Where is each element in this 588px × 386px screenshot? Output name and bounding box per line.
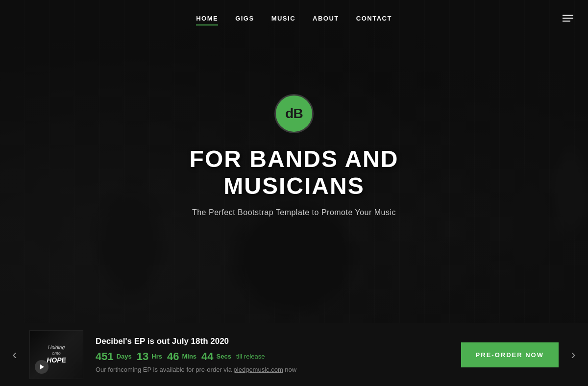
nav-item-home[interactable]: HOME bbox=[196, 14, 218, 23]
hero-content: dB FOR BANDS AND MUSICIANS The Perfect B… bbox=[147, 94, 441, 217]
hero-title: FOR BANDS AND MUSICIANS bbox=[147, 145, 441, 199]
hrs-label: Hrs bbox=[151, 353, 162, 360]
ep-heading: Decibel's EP is out July 18th 2020 bbox=[96, 337, 461, 346]
nav-link-music[interactable]: MUSIC bbox=[271, 12, 295, 24]
menu-line-1 bbox=[563, 15, 573, 16]
mins-label: Mins bbox=[182, 353, 196, 360]
nav-item-about[interactable]: ABOUT bbox=[313, 14, 339, 23]
ep-thumbnail[interactable]: Holding onto Hope bbox=[29, 330, 83, 379]
days-number: 451 bbox=[96, 350, 114, 363]
bottom-bar: ‹ Holding onto Hope Decibel's EP is out … bbox=[0, 323, 588, 386]
hero-subtitle: The Perfect Bootstrap Template to Promot… bbox=[147, 208, 441, 217]
secs-label: Secs bbox=[217, 353, 231, 360]
secs-number: 44 bbox=[201, 350, 213, 363]
nav-link-home[interactable]: HOME bbox=[196, 12, 218, 25]
menu-icon[interactable] bbox=[563, 15, 573, 22]
menu-line-2 bbox=[563, 18, 573, 19]
preorder-button[interactable]: PRE-ORDER NOW bbox=[461, 342, 559, 367]
hero-section: HOME GIGS MUSIC ABOUT CONTACT dB FOR BA bbox=[0, 0, 588, 323]
ep-subtext: Our forthcoming EP is available for pre-… bbox=[96, 366, 461, 373]
carousel-prev-arrow[interactable]: ‹ bbox=[5, 345, 24, 364]
ep-play-button[interactable] bbox=[35, 360, 49, 374]
countdown: 451 Days 13 Hrs 46 Mins 44 Secs till rel… bbox=[96, 350, 461, 363]
pledgemusic-link[interactable]: pledgemusic.com bbox=[234, 366, 283, 373]
mins-number: 46 bbox=[167, 350, 179, 363]
ep-thumb-line3: Hope bbox=[47, 356, 66, 364]
navbar: HOME GIGS MUSIC ABOUT CONTACT bbox=[0, 0, 588, 36]
ep-thumb-line2: onto bbox=[47, 351, 66, 356]
logo-circle: dB bbox=[274, 94, 314, 133]
nav-item-contact[interactable]: CONTACT bbox=[356, 14, 392, 23]
nav-links: HOME GIGS MUSIC ABOUT CONTACT bbox=[196, 14, 392, 23]
nav-link-about[interactable]: ABOUT bbox=[313, 12, 339, 24]
logo-text: dB bbox=[285, 106, 302, 121]
ep-thumb-line1: Holding bbox=[47, 345, 66, 351]
nav-link-gigs[interactable]: GIGS bbox=[235, 12, 254, 24]
hrs-number: 13 bbox=[137, 350, 148, 363]
carousel-next-arrow[interactable]: › bbox=[564, 345, 583, 364]
nav-item-gigs[interactable]: GIGS bbox=[235, 14, 254, 23]
ep-info: Decibel's EP is out July 18th 2020 451 D… bbox=[96, 337, 461, 373]
menu-line-3 bbox=[563, 21, 570, 22]
countdown-suffix: till release bbox=[236, 353, 265, 360]
days-label: Days bbox=[117, 353, 132, 360]
nav-link-contact[interactable]: CONTACT bbox=[356, 12, 392, 24]
nav-item-music[interactable]: MUSIC bbox=[271, 14, 295, 23]
